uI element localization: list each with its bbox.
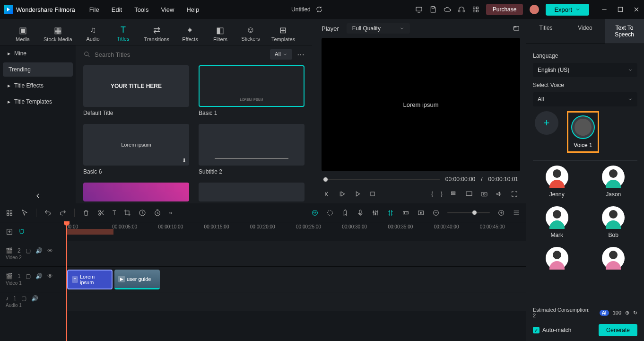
add-track-icon[interactable] bbox=[6, 228, 13, 236]
search-input[interactable]: Search Titles bbox=[83, 51, 265, 58]
sidebar-item-mine[interactable]: ▸ Mine bbox=[0, 45, 76, 61]
render-icon[interactable] bbox=[326, 209, 334, 217]
zoom-slider[interactable] bbox=[447, 212, 490, 213]
toggle-icon[interactable]: ▢ bbox=[21, 295, 26, 302]
edit-mode-icon[interactable] bbox=[6, 209, 13, 217]
title-card-basic1[interactable]: LOREM IPSUM Basic 1 bbox=[199, 65, 305, 116]
marker-list-icon[interactable] bbox=[450, 190, 458, 198]
track-body[interactable] bbox=[66, 241, 526, 266]
voice-extra1[interactable] bbox=[536, 247, 578, 270]
title-card-subtitle2[interactable]: Subtitle 2 bbox=[199, 124, 305, 175]
toggle-icon[interactable]: ▢ bbox=[26, 273, 31, 280]
title-card-basic6[interactable]: Lorem ipsum⬇ Basic 6 bbox=[83, 124, 189, 175]
playhead[interactable] bbox=[66, 222, 67, 341]
tab-filters[interactable]: ◧Filters bbox=[207, 22, 234, 45]
purchase-button[interactable]: Purchase bbox=[486, 4, 523, 15]
tab-titles[interactable]: TTitles bbox=[110, 22, 137, 45]
clip-title[interactable]: TLorem ipsum bbox=[67, 270, 113, 289]
close-icon[interactable] bbox=[633, 6, 640, 13]
scrub-bar[interactable] bbox=[323, 179, 440, 180]
voice-extra2[interactable] bbox=[592, 247, 635, 270]
tab-templates[interactable]: ⊞Templates bbox=[268, 22, 299, 45]
clip-video[interactable]: ▶user guide bbox=[114, 270, 160, 289]
voice-jason[interactable]: Jason bbox=[592, 166, 635, 198]
refresh-credits-icon[interactable]: ↻ bbox=[633, 310, 637, 316]
toggle-icon[interactable]: ▢ bbox=[26, 247, 31, 254]
menu-view[interactable]: View bbox=[161, 6, 174, 13]
tab-audio[interactable]: ♫Audio bbox=[80, 22, 106, 45]
sidebar-item-trending[interactable]: Trending bbox=[3, 62, 73, 77]
mark-out-icon[interactable]: } bbox=[441, 191, 443, 197]
display-icon[interactable] bbox=[465, 190, 473, 198]
save-icon[interactable] bbox=[429, 6, 437, 13]
collapse-sidebar-icon[interactable] bbox=[0, 188, 76, 203]
voice-bob[interactable]: Bob bbox=[592, 206, 635, 238]
selected-voice-slot[interactable]: Voice 1 bbox=[567, 111, 599, 153]
play-icon[interactable] bbox=[354, 190, 361, 198]
add-credits-icon[interactable]: ⊕ bbox=[625, 310, 629, 316]
step-back-icon[interactable] bbox=[339, 190, 346, 198]
user-avatar[interactable] bbox=[530, 5, 539, 14]
mute-icon[interactable]: 🔊 bbox=[31, 295, 38, 302]
monitor-icon[interactable] bbox=[415, 6, 423, 13]
crop-icon[interactable] bbox=[123, 209, 131, 217]
cloud-icon[interactable] bbox=[444, 6, 451, 13]
filter-dropdown[interactable]: All bbox=[270, 49, 292, 60]
snapshot-settings-icon[interactable] bbox=[513, 25, 520, 32]
visibility-icon[interactable]: 👁 bbox=[47, 273, 53, 280]
track-body[interactable]: TLorem ipsum ▶user guide bbox=[66, 267, 526, 292]
tab-stickers[interactable]: ☺Stickers bbox=[237, 22, 264, 45]
title-card-extra2[interactable] bbox=[199, 183, 305, 201]
cursor-icon[interactable] bbox=[21, 209, 28, 217]
track-head[interactable]: 🎬1▢🔊👁 Video 1 bbox=[0, 267, 66, 292]
snapshot-icon[interactable] bbox=[480, 190, 488, 198]
minimize-icon[interactable] bbox=[600, 6, 608, 13]
maximize-icon[interactable] bbox=[617, 6, 624, 13]
speed-icon[interactable] bbox=[139, 209, 146, 217]
zoom-out-icon[interactable] bbox=[432, 209, 440, 217]
redo-icon[interactable] bbox=[59, 209, 67, 217]
mute-icon[interactable]: 🔊 bbox=[35, 273, 43, 280]
quality-dropdown[interactable]: Full Quality bbox=[347, 23, 410, 34]
tab-transitions[interactable]: ⇄Transitions bbox=[140, 22, 173, 45]
tab-stock-media[interactable]: ▦Stock Media bbox=[40, 22, 76, 45]
download-icon[interactable]: ⬇ bbox=[182, 157, 186, 164]
panel-tab-tts[interactable]: Text To Speech bbox=[605, 19, 644, 44]
fullscreen-icon[interactable] bbox=[511, 190, 518, 198]
refresh-icon[interactable] bbox=[315, 6, 323, 13]
panel-tab-titles[interactable]: Titles bbox=[526, 19, 566, 44]
visibility-icon[interactable]: 👁 bbox=[47, 247, 53, 254]
voiceover-icon[interactable] bbox=[357, 209, 364, 217]
text-icon[interactable]: T bbox=[113, 210, 116, 216]
panel-tab-video[interactable]: Video bbox=[566, 19, 605, 44]
generate-button[interactable]: Generate bbox=[599, 324, 637, 336]
more-icon[interactable]: ⋯ bbox=[297, 50, 305, 59]
magnet-icon[interactable] bbox=[18, 228, 26, 236]
more-tools-icon[interactable]: » bbox=[169, 210, 172, 216]
track-head[interactable]: 🎬2▢🔊👁 Video 2 bbox=[0, 241, 66, 266]
menu-file[interactable]: File bbox=[89, 6, 99, 13]
title-card-default[interactable]: YOUR TITLE HERE Default Title bbox=[83, 65, 189, 116]
delete-icon[interactable] bbox=[82, 209, 90, 217]
sidebar-item-title-templates[interactable]: ▸ Title Templates bbox=[0, 94, 76, 110]
menu-edit[interactable]: Edit bbox=[112, 6, 122, 13]
track-body[interactable] bbox=[66, 292, 526, 311]
cut-icon[interactable] bbox=[97, 209, 105, 217]
language-dropdown[interactable]: English (US) bbox=[533, 63, 637, 77]
mark-in-icon[interactable]: { bbox=[431, 191, 433, 197]
duration-icon[interactable] bbox=[154, 209, 161, 217]
keyframe-icon[interactable] bbox=[402, 209, 409, 217]
apps-icon[interactable] bbox=[472, 6, 479, 13]
undo-icon[interactable] bbox=[44, 209, 52, 217]
stop-icon[interactable] bbox=[369, 190, 376, 198]
voice-mark[interactable]: Mark bbox=[536, 206, 578, 238]
tab-effects[interactable]: ✦Effects bbox=[177, 22, 203, 45]
menu-help[interactable]: Help bbox=[186, 6, 199, 13]
zoom-in-icon[interactable] bbox=[497, 209, 505, 217]
record-icon[interactable] bbox=[417, 209, 425, 217]
export-button[interactable]: Export bbox=[546, 4, 589, 16]
title-card-extra[interactable] bbox=[83, 183, 189, 201]
mute-icon[interactable]: 🔊 bbox=[35, 247, 43, 254]
marker-icon[interactable] bbox=[341, 209, 349, 217]
player-viewport[interactable]: Lorem ipsum bbox=[322, 38, 520, 171]
